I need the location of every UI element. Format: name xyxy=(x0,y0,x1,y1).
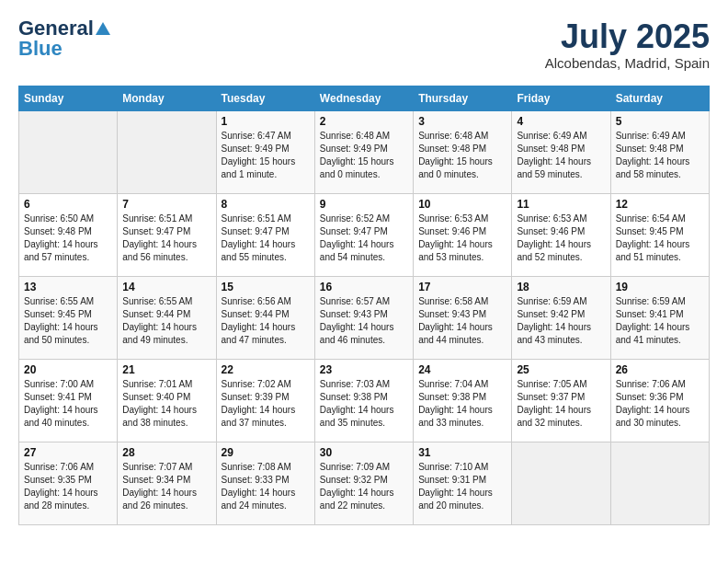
calendar-cell: 6Sunrise: 6:50 AM Sunset: 9:48 PM Daylig… xyxy=(19,193,118,276)
calendar-cell: 26Sunrise: 7:06 AM Sunset: 9:36 PM Dayli… xyxy=(610,359,709,442)
day-info: Sunrise: 6:58 AM Sunset: 9:43 PM Dayligh… xyxy=(418,295,506,347)
day-info: Sunrise: 7:06 AM Sunset: 9:36 PM Dayligh… xyxy=(616,378,704,430)
calendar-cell: 22Sunrise: 7:02 AM Sunset: 9:39 PM Dayli… xyxy=(216,359,314,442)
day-number: 18 xyxy=(517,281,605,293)
day-info: Sunrise: 6:49 AM Sunset: 9:48 PM Dayligh… xyxy=(517,130,605,181)
calendar-cell: 24Sunrise: 7:04 AM Sunset: 9:38 PM Dayli… xyxy=(414,359,512,442)
calendar-table: Sunday Monday Tuesday Wednesday Thursday… xyxy=(18,86,710,525)
day-number: 25 xyxy=(517,363,605,376)
calendar-cell: 19Sunrise: 6:59 AM Sunset: 9:41 PM Dayli… xyxy=(610,276,709,359)
header-wednesday: Wednesday xyxy=(314,86,413,110)
day-info: Sunrise: 6:47 AM Sunset: 9:49 PM Dayligh… xyxy=(222,130,310,181)
calendar-cell: 18Sunrise: 6:59 AM Sunset: 9:42 PM Dayli… xyxy=(512,276,610,359)
day-number: 13 xyxy=(24,281,112,293)
day-number: 23 xyxy=(320,363,408,376)
day-number: 2 xyxy=(320,115,408,128)
day-info: Sunrise: 6:55 AM Sunset: 9:44 PM Dayligh… xyxy=(122,295,210,347)
day-info: Sunrise: 6:53 AM Sunset: 9:46 PM Dayligh… xyxy=(517,213,605,264)
calendar-cell xyxy=(118,110,216,193)
day-number: 11 xyxy=(517,198,605,211)
day-number: 19 xyxy=(616,281,704,293)
day-number: 1 xyxy=(222,115,310,128)
day-number: 10 xyxy=(418,198,506,211)
day-number: 3 xyxy=(418,115,506,128)
day-info: Sunrise: 7:07 AM Sunset: 9:34 PM Dayligh… xyxy=(122,461,210,512)
day-info: Sunrise: 6:51 AM Sunset: 9:47 PM Dayligh… xyxy=(122,213,210,264)
day-info: Sunrise: 7:03 AM Sunset: 9:38 PM Dayligh… xyxy=(320,378,408,430)
calendar-cell: 23Sunrise: 7:03 AM Sunset: 9:38 PM Dayli… xyxy=(314,359,413,442)
calendar-cell: 7Sunrise: 6:51 AM Sunset: 9:47 PM Daylig… xyxy=(118,193,216,276)
day-number: 6 xyxy=(24,198,112,211)
calendar-cell: 5Sunrise: 6:49 AM Sunset: 9:48 PM Daylig… xyxy=(610,110,709,193)
day-info: Sunrise: 6:50 AM Sunset: 9:48 PM Dayligh… xyxy=(24,213,112,264)
title-block: July 2025 Alcobendas, Madrid, Spain xyxy=(545,18,710,71)
day-info: Sunrise: 6:51 AM Sunset: 9:47 PM Dayligh… xyxy=(222,213,310,264)
day-number: 27 xyxy=(24,446,112,459)
header-thursday: Thursday xyxy=(414,86,512,110)
day-info: Sunrise: 7:09 AM Sunset: 9:32 PM Dayligh… xyxy=(320,461,408,512)
header-sunday: Sunday xyxy=(19,86,118,110)
day-info: Sunrise: 7:00 AM Sunset: 9:41 PM Dayligh… xyxy=(24,378,112,430)
day-info: Sunrise: 6:54 AM Sunset: 9:45 PM Dayligh… xyxy=(616,213,704,264)
week-row-2: 6Sunrise: 6:50 AM Sunset: 9:48 PM Daylig… xyxy=(19,193,710,276)
header-friday: Friday xyxy=(512,86,610,110)
day-number: 22 xyxy=(222,363,310,376)
day-number: 29 xyxy=(222,446,310,459)
day-info: Sunrise: 7:08 AM Sunset: 9:33 PM Dayligh… xyxy=(222,461,310,512)
calendar-cell: 31Sunrise: 7:10 AM Sunset: 9:31 PM Dayli… xyxy=(414,442,512,524)
calendar-cell xyxy=(610,442,709,524)
day-info: Sunrise: 6:49 AM Sunset: 9:48 PM Dayligh… xyxy=(616,130,704,181)
calendar-cell: 12Sunrise: 6:54 AM Sunset: 9:45 PM Dayli… xyxy=(610,193,709,276)
logo: General Blue xyxy=(18,18,110,59)
day-info: Sunrise: 6:59 AM Sunset: 9:41 PM Dayligh… xyxy=(616,295,704,347)
day-number: 5 xyxy=(616,115,704,128)
day-info: Sunrise: 7:10 AM Sunset: 9:31 PM Dayligh… xyxy=(418,461,506,512)
week-row-3: 13Sunrise: 6:55 AM Sunset: 9:45 PM Dayli… xyxy=(19,276,710,359)
day-number: 31 xyxy=(418,446,506,459)
calendar-cell: 16Sunrise: 6:57 AM Sunset: 9:43 PM Dayli… xyxy=(314,276,413,359)
day-number: 26 xyxy=(616,363,704,376)
day-number: 15 xyxy=(222,281,310,293)
day-info: Sunrise: 7:02 AM Sunset: 9:39 PM Dayligh… xyxy=(222,378,310,430)
calendar-cell: 9Sunrise: 6:52 AM Sunset: 9:47 PM Daylig… xyxy=(314,193,413,276)
calendar-cell xyxy=(19,110,118,193)
day-info: Sunrise: 7:05 AM Sunset: 9:37 PM Dayligh… xyxy=(517,378,605,430)
day-number: 28 xyxy=(122,446,210,459)
calendar-cell: 10Sunrise: 6:53 AM Sunset: 9:46 PM Dayli… xyxy=(414,193,512,276)
day-info: Sunrise: 6:48 AM Sunset: 9:48 PM Dayligh… xyxy=(418,130,506,181)
calendar-cell: 27Sunrise: 7:06 AM Sunset: 9:35 PM Dayli… xyxy=(19,442,118,524)
month-year-title: July 2025 xyxy=(545,18,710,55)
calendar-cell: 11Sunrise: 6:53 AM Sunset: 9:46 PM Dayli… xyxy=(512,193,610,276)
day-number: 30 xyxy=(320,446,408,459)
calendar-cell: 14Sunrise: 6:55 AM Sunset: 9:44 PM Dayli… xyxy=(118,276,216,359)
day-number: 9 xyxy=(320,198,408,211)
logo-text-blue: Blue xyxy=(18,39,63,59)
page-header: General Blue July 2025 Alcobendas, Madri… xyxy=(18,18,710,71)
day-number: 17 xyxy=(418,281,506,293)
header-monday: Monday xyxy=(118,86,216,110)
logo-text-general: General xyxy=(18,18,94,39)
week-row-4: 20Sunrise: 7:00 AM Sunset: 9:41 PM Dayli… xyxy=(19,359,710,442)
calendar-header-row: Sunday Monday Tuesday Wednesday Thursday… xyxy=(19,86,710,110)
calendar-cell xyxy=(512,442,610,524)
day-info: Sunrise: 6:52 AM Sunset: 9:47 PM Dayligh… xyxy=(320,213,408,264)
calendar-cell: 30Sunrise: 7:09 AM Sunset: 9:32 PM Dayli… xyxy=(314,442,413,524)
day-number: 4 xyxy=(517,115,605,128)
header-saturday: Saturday xyxy=(610,86,709,110)
day-number: 24 xyxy=(418,363,506,376)
calendar-cell: 2Sunrise: 6:48 AM Sunset: 9:49 PM Daylig… xyxy=(314,110,413,193)
calendar-cell: 15Sunrise: 6:56 AM Sunset: 9:44 PM Dayli… xyxy=(216,276,314,359)
calendar-cell: 3Sunrise: 6:48 AM Sunset: 9:48 PM Daylig… xyxy=(414,110,512,193)
day-info: Sunrise: 6:57 AM Sunset: 9:43 PM Dayligh… xyxy=(320,295,408,347)
calendar-cell: 28Sunrise: 7:07 AM Sunset: 9:34 PM Dayli… xyxy=(118,442,216,524)
day-number: 12 xyxy=(616,198,704,211)
calendar-cell: 1Sunrise: 6:47 AM Sunset: 9:49 PM Daylig… xyxy=(216,110,314,193)
day-info: Sunrise: 6:55 AM Sunset: 9:45 PM Dayligh… xyxy=(24,295,112,347)
calendar-cell: 20Sunrise: 7:00 AM Sunset: 9:41 PM Dayli… xyxy=(19,359,118,442)
day-number: 21 xyxy=(122,363,210,376)
location-subtitle: Alcobendas, Madrid, Spain xyxy=(545,55,710,71)
day-info: Sunrise: 7:01 AM Sunset: 9:40 PM Dayligh… xyxy=(122,378,210,430)
day-info: Sunrise: 6:59 AM Sunset: 9:42 PM Dayligh… xyxy=(517,295,605,347)
calendar-cell: 17Sunrise: 6:58 AM Sunset: 9:43 PM Dayli… xyxy=(414,276,512,359)
week-row-1: 1Sunrise: 6:47 AM Sunset: 9:49 PM Daylig… xyxy=(19,110,710,193)
